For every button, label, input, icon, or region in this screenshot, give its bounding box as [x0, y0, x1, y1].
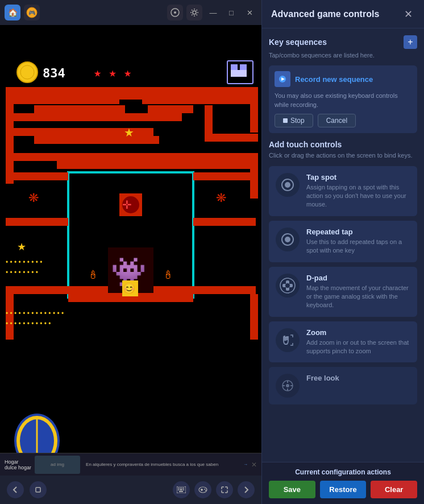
home-icon[interactable]: 🏠: [5, 5, 20, 20]
svg-point-79: [205, 490, 206, 491]
key-sequences-desc: Tap/combo sequences are listed here.: [269, 51, 417, 60]
svg-rect-73: [178, 489, 179, 490]
svg-rect-36: [6, 172, 68, 180]
repeated-tap-desc: Use this to add repeated taps on a spot …: [306, 238, 410, 255]
svg-rect-71: [181, 488, 182, 489]
save-btn[interactable]: Save: [269, 481, 315, 498]
svg-text:🎮: 🎮: [28, 9, 36, 16]
record-header: Record new sequence: [275, 71, 411, 87]
next-icon[interactable]: [238, 481, 255, 498]
bottom-bar-right: [173, 481, 255, 498]
panel-close-btn[interactable]: ✕: [401, 7, 415, 21]
free-look-icon: [276, 374, 300, 398]
zoom-info: Zoom Add zoom in or out to the screen th…: [306, 328, 410, 356]
stop-btn[interactable]: Stop: [275, 114, 313, 127]
panel-title: Advanced game controls: [271, 9, 379, 19]
game-panel: 🏠 🎮 — □ ✕: [0, 0, 261, 504]
svg-point-78: [204, 489, 205, 490]
panel-footer: Current configuration actions Save Resto…: [262, 462, 424, 504]
svg-rect-44: [193, 218, 256, 226]
ad-body: En alquileres y compraventa de inmuebles…: [84, 462, 240, 467]
svg-rect-69: [178, 488, 179, 489]
record-buttons: Stop Cancel: [275, 114, 411, 127]
ad-title2: dulce hogar: [5, 465, 31, 470]
svg-rect-67: [36, 488, 40, 492]
svg-point-3: [174, 11, 176, 14]
svg-rect-22: [6, 113, 153, 121]
keyboard-icon[interactable]: [173, 481, 190, 498]
free-look-card[interactable]: Free look: [269, 367, 417, 404]
svg-rect-76: [179, 491, 183, 492]
svg-text:• • • • • • • • • • •: • • • • • • • • • • •: [6, 320, 51, 328]
repeated-tap-card[interactable]: Repeated tap Use this to add repeated ta…: [269, 221, 417, 262]
gamepad-icon[interactable]: [194, 481, 211, 498]
cancel-btn[interactable]: Cancel: [318, 114, 356, 127]
stop-label: Stop: [290, 117, 305, 125]
svg-rect-43: [6, 218, 68, 226]
svg-text:• • • • • • • •: • • • • • • • •: [6, 268, 38, 276]
repeated-tap-icon: [276, 228, 300, 251]
svg-text:🕯: 🕯: [88, 268, 99, 281]
svg-rect-56: [6, 286, 68, 294]
svg-point-4: [193, 11, 196, 14]
tap-spot-desc: Assign tapping on a spot with this actio…: [306, 183, 410, 209]
settings-icon[interactable]: [186, 5, 202, 20]
svg-point-85: [285, 182, 290, 188]
add-sequence-btn[interactable]: +: [404, 35, 417, 49]
tap-spot-card[interactable]: Tap spot Assign tapping on a spot with t…: [269, 166, 417, 216]
svg-text:🕯: 🕯: [163, 268, 174, 281]
svg-rect-14: [6, 87, 256, 95]
svg-rect-72: [183, 488, 184, 489]
game-icon[interactable]: 🎮: [24, 5, 40, 20]
svg-rect-20: [34, 105, 125, 113]
zoom-desc: Add zoom in or out to the screen that su…: [306, 338, 410, 356]
footer-section-title: Current configuration actions: [269, 468, 417, 476]
svg-rect-19: [250, 87, 258, 133]
touch-controls-section: Add touch controls Click or drag the act…: [269, 140, 417, 404]
svg-rect-37: [193, 172, 256, 180]
dpad-card[interactable]: D-pad Map the movement of your character…: [269, 267, 417, 317]
expand-icon[interactable]: [216, 481, 233, 498]
svg-rect-15: [6, 95, 256, 100]
key-sequences-header: Key sequences +: [269, 35, 417, 49]
dpad-desc: Map the movement of your character or th…: [306, 284, 410, 310]
svg-text:❋: ❋: [216, 186, 226, 206]
svg-rect-29: [34, 136, 159, 144]
tap-spot-name: Tap spot: [306, 173, 410, 181]
touch-controls-title: Add touch controls: [269, 140, 342, 149]
clear-btn[interactable]: Clear: [371, 481, 417, 498]
svg-point-7: [20, 65, 34, 79]
svg-text:❋: ❋: [28, 186, 39, 206]
home-btn[interactable]: [30, 481, 47, 498]
svg-text:😊: 😊: [123, 282, 136, 295]
svg-point-91: [285, 283, 290, 288]
svg-rect-26: [205, 134, 258, 142]
repeated-tap-info: Repeated tap Use this to add repeated ta…: [306, 228, 410, 255]
svg-rect-75: [183, 489, 184, 490]
svg-text:• • • • • • • • •: • • • • • • • • •: [6, 258, 42, 266]
location-icon[interactable]: [167, 5, 183, 20]
ad-title1: Hogar: [5, 459, 31, 465]
title-bar: 🏠 🎮 — □ ✕: [0, 0, 261, 25]
tap-spot-icon: [276, 173, 300, 197]
record-sequence-card: Record new sequence You may also use exi…: [269, 65, 417, 133]
window-close-btn[interactable]: ✕: [242, 5, 257, 20]
svg-rect-57: [193, 286, 256, 294]
maximize-btn[interactable]: □: [224, 5, 239, 20]
dpad-name: D-pad: [306, 274, 410, 282]
ad-close-btn[interactable]: ✕: [251, 461, 257, 469]
key-sequences-title: Key sequences: [269, 38, 327, 47]
panel-content: Key sequences + Tap/combo sequences are …: [262, 28, 424, 462]
back-btn[interactable]: [7, 481, 24, 498]
touch-controls-header: Add touch controls: [269, 140, 417, 149]
svg-rect-31: [6, 153, 256, 161]
panel-header: Advanced game controls ✕: [262, 0, 424, 28]
ad-link[interactable]: →: [243, 462, 248, 467]
minimize-btn[interactable]: —: [206, 5, 221, 20]
svg-rect-25: [205, 105, 213, 134]
zoom-card[interactable]: Zoom Add zoom in or out to the screen th…: [269, 321, 417, 363]
svg-point-87: [285, 237, 290, 242]
restore-btn[interactable]: Restore: [320, 481, 367, 498]
game-viewport: 834 ★ ★ ★: [0, 25, 261, 476]
free-look-name: Free look: [306, 374, 410, 382]
